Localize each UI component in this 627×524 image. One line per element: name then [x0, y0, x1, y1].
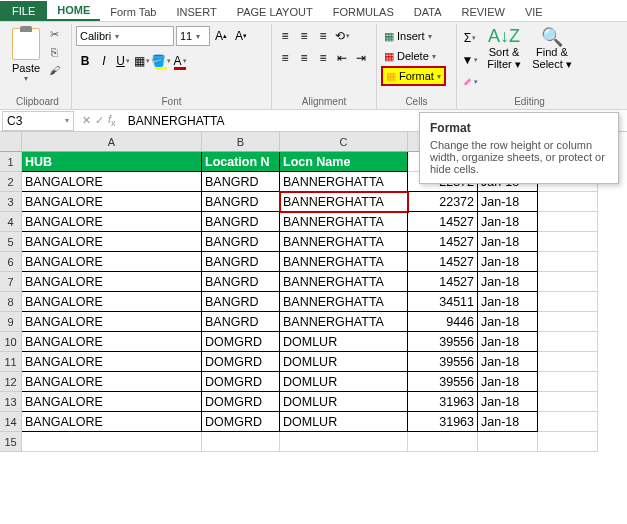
cell[interactable] [538, 352, 598, 372]
row-header[interactable]: 14 [0, 412, 22, 432]
cell[interactable]: Jan-18 [478, 212, 538, 232]
cell[interactable]: 39556 [408, 332, 478, 352]
bold-button[interactable]: B [76, 51, 94, 71]
cell[interactable]: BANNERGHATTA [280, 172, 408, 192]
column-header[interactable]: B [202, 132, 280, 152]
cell[interactable]: DOMGRD [202, 352, 280, 372]
cell[interactable]: BANGRD [202, 292, 280, 312]
align-right-icon[interactable]: ≡ [314, 48, 332, 68]
align-center-icon[interactable]: ≡ [295, 48, 313, 68]
select-all-corner[interactable] [0, 132, 22, 152]
cell[interactable]: DOMLUR [280, 372, 408, 392]
cell[interactable]: BANGRD [202, 212, 280, 232]
cell[interactable]: BANGRD [202, 192, 280, 212]
row-header[interactable]: 15 [0, 432, 22, 452]
cell[interactable]: Locn Name [280, 152, 408, 172]
cell[interactable] [538, 292, 598, 312]
format-painter-icon[interactable]: 🖌 [46, 62, 62, 78]
italic-button[interactable]: I [95, 51, 113, 71]
cell[interactable]: BANGALORE [22, 392, 202, 412]
row-header[interactable]: 12 [0, 372, 22, 392]
delete-cells-button[interactable]: ▦Delete▾ [381, 46, 446, 66]
copy-icon[interactable]: ⎘ [46, 44, 62, 60]
tab-view[interactable]: VIE [515, 3, 553, 21]
paste-button[interactable]: Paste ▾ [8, 26, 44, 83]
cell[interactable]: DOMLUR [280, 412, 408, 432]
cell[interactable]: Jan-18 [478, 352, 538, 372]
cell[interactable]: BANGALORE [22, 212, 202, 232]
cell[interactable]: Jan-18 [478, 392, 538, 412]
cell[interactable]: BANGRD [202, 312, 280, 332]
cell[interactable]: Jan-18 [478, 312, 538, 332]
cell[interactable]: BANGALORE [22, 252, 202, 272]
fill-color-button[interactable]: 🪣 [152, 51, 170, 71]
cell[interactable] [538, 432, 598, 452]
border-button[interactable]: ▦ [133, 51, 151, 71]
grow-font-icon[interactable]: A▴ [212, 26, 230, 46]
cell[interactable]: HUB [22, 152, 202, 172]
tab-home[interactable]: HOME [47, 1, 100, 21]
cell[interactable] [538, 372, 598, 392]
cell[interactable] [538, 392, 598, 412]
cell[interactable]: DOMGRD [202, 392, 280, 412]
clear-button[interactable] [461, 72, 479, 92]
font-size-combo[interactable]: 11▾ [176, 26, 210, 46]
fx-icon[interactable]: fx [108, 113, 116, 128]
cell[interactable]: BANGALORE [22, 232, 202, 252]
cell[interactable]: 31963 [408, 392, 478, 412]
underline-button[interactable]: U [114, 51, 132, 71]
cell[interactable]: 31963 [408, 412, 478, 432]
cell[interactable] [538, 272, 598, 292]
cell[interactable] [538, 332, 598, 352]
cell[interactable]: BANGRD [202, 272, 280, 292]
cell[interactable]: Jan-18 [478, 192, 538, 212]
cell[interactable] [478, 432, 538, 452]
cell[interactable]: BANGRD [202, 232, 280, 252]
cell[interactable]: Location N [202, 152, 280, 172]
row-header[interactable]: 13 [0, 392, 22, 412]
align-left-icon[interactable]: ≡ [276, 48, 294, 68]
font-color-button[interactable]: A [171, 51, 189, 71]
indent-decrease-icon[interactable]: ⇤ [333, 48, 351, 68]
orientation-icon[interactable]: ⟲ [333, 26, 351, 46]
shrink-font-icon[interactable]: A▾ [232, 26, 250, 46]
cell[interactable]: BANNERGHATTA [280, 212, 408, 232]
cell[interactable]: BANNERGHATTA [280, 292, 408, 312]
cell[interactable]: BANGALORE [22, 312, 202, 332]
cell[interactable]: BANGALORE [22, 412, 202, 432]
cell[interactable]: BANNERGHATTA [280, 192, 408, 212]
cell[interactable]: DOMLUR [280, 332, 408, 352]
column-header[interactable]: C [280, 132, 408, 152]
align-top-icon[interactable]: ≡ [276, 26, 294, 46]
cell[interactable]: Jan-18 [478, 412, 538, 432]
row-header[interactable]: 4 [0, 212, 22, 232]
cell[interactable]: Jan-18 [478, 332, 538, 352]
cell[interactable] [538, 192, 598, 212]
cell[interactable]: BANGALORE [22, 292, 202, 312]
cell[interactable]: BANNERGHATTA [280, 312, 408, 332]
cell[interactable]: BANGALORE [22, 332, 202, 352]
cell[interactable]: 14527 [408, 272, 478, 292]
font-name-combo[interactable]: Calibri▾ [76, 26, 174, 46]
cell[interactable]: 14527 [408, 232, 478, 252]
sort-filter-button[interactable]: A↓Z Sort & Filter ▾ [481, 26, 527, 71]
cell[interactable] [538, 232, 598, 252]
cut-icon[interactable]: ✂ [46, 26, 62, 42]
name-box[interactable]: C3▾ [2, 111, 74, 131]
cell[interactable]: BANGALORE [22, 172, 202, 192]
row-header[interactable]: 11 [0, 352, 22, 372]
column-header[interactable]: A [22, 132, 202, 152]
cell[interactable]: BANNERGHATTA [280, 272, 408, 292]
cell[interactable]: Jan-18 [478, 272, 538, 292]
cell[interactable] [202, 432, 280, 452]
cell[interactable]: 39556 [408, 372, 478, 392]
cell[interactable]: BANGALORE [22, 352, 202, 372]
row-header[interactable]: 5 [0, 232, 22, 252]
cell[interactable]: DOMLUR [280, 352, 408, 372]
cell[interactable] [538, 212, 598, 232]
cell[interactable]: BANGALORE [22, 372, 202, 392]
cell[interactable]: DOMGRD [202, 332, 280, 352]
cell[interactable]: DOMGRD [202, 412, 280, 432]
cell[interactable]: Jan-18 [478, 372, 538, 392]
cell[interactable]: Jan-18 [478, 292, 538, 312]
